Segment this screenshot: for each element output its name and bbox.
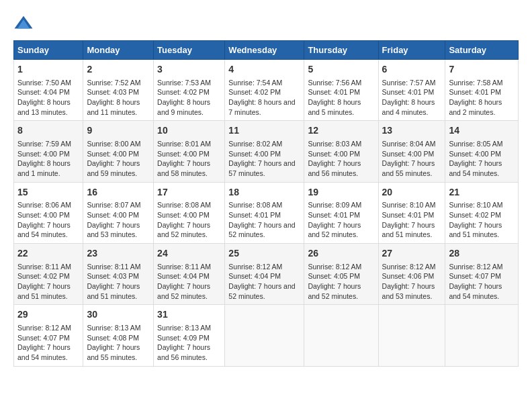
calendar-cell: 26Sunrise: 8:12 AMSunset: 4:05 PMDayligh… bbox=[304, 244, 378, 305]
day-number: 16 bbox=[87, 186, 150, 199]
sunrise-text: Sunrise: 8:04 AM bbox=[382, 139, 442, 149]
sunrise-text: Sunrise: 8:09 AM bbox=[308, 200, 374, 210]
day-number: 5 bbox=[308, 63, 374, 77]
calendar-cell: 17Sunrise: 8:08 AMSunset: 4:00 PMDayligh… bbox=[154, 182, 225, 243]
calendar-cell: 30Sunrise: 8:13 AMSunset: 4:08 PMDayligh… bbox=[83, 305, 154, 366]
sunrise-text: Sunrise: 7:50 AM bbox=[17, 78, 79, 88]
sunrise-text: Sunrise: 7:53 AM bbox=[157, 78, 221, 88]
daylight-text: Daylight: 7 hours and 51 minutes. bbox=[17, 281, 79, 301]
daylight-text: Daylight: 8 hours and 5 minutes. bbox=[308, 97, 374, 117]
calendar-cell: 3Sunrise: 7:53 AMSunset: 4:02 PMDaylight… bbox=[154, 60, 225, 121]
calendar-cell: 13Sunrise: 8:04 AMSunset: 4:00 PMDayligh… bbox=[378, 121, 445, 182]
daylight-text: Daylight: 7 hours and 54 minutes. bbox=[17, 220, 79, 240]
sunrise-text: Sunrise: 8:03 AM bbox=[308, 139, 374, 149]
sunset-text: Sunset: 4:04 PM bbox=[17, 87, 79, 97]
week-row-1: 1Sunrise: 7:50 AMSunset: 4:04 PMDaylight… bbox=[14, 60, 519, 121]
daylight-text: Daylight: 7 hours and 58 minutes. bbox=[157, 158, 221, 178]
calendar-cell: 10Sunrise: 8:01 AMSunset: 4:00 PMDayligh… bbox=[154, 121, 225, 182]
sunset-text: Sunset: 4:07 PM bbox=[17, 333, 79, 343]
daylight-text: Daylight: 7 hours and 54 minutes. bbox=[449, 281, 515, 301]
day-number: 4 bbox=[228, 63, 300, 77]
sunrise-text: Sunrise: 7:56 AM bbox=[308, 78, 374, 88]
calendar-cell: 7Sunrise: 7:58 AMSunset: 4:01 PMDaylight… bbox=[445, 60, 519, 121]
daylight-text: Daylight: 7 hours and 56 minutes. bbox=[157, 342, 221, 362]
sunset-text: Sunset: 4:05 PM bbox=[308, 271, 374, 281]
day-number: 20 bbox=[382, 186, 442, 199]
day-number: 27 bbox=[382, 247, 442, 261]
sunrise-text: Sunrise: 8:12 AM bbox=[17, 323, 79, 333]
day-number: 8 bbox=[17, 124, 79, 138]
calendar-cell: 27Sunrise: 8:12 AMSunset: 4:06 PMDayligh… bbox=[378, 244, 445, 305]
daylight-text: Daylight: 8 hours and 4 minutes. bbox=[382, 97, 442, 117]
daylight-text: Daylight: 7 hours and 52 minutes. bbox=[228, 220, 300, 240]
sunset-text: Sunset: 4:01 PM bbox=[449, 87, 515, 97]
sunset-text: Sunset: 4:08 PM bbox=[87, 333, 150, 343]
daylight-text: Daylight: 7 hours and 55 minutes. bbox=[382, 158, 442, 178]
calendar-cell: 12Sunrise: 8:03 AMSunset: 4:00 PMDayligh… bbox=[304, 121, 378, 182]
day-number: 19 bbox=[308, 186, 374, 199]
calendar-cell: 1Sunrise: 7:50 AMSunset: 4:04 PMDaylight… bbox=[14, 60, 83, 121]
daylight-text: Daylight: 7 hours and 52 minutes. bbox=[157, 281, 221, 301]
sunset-text: Sunset: 4:01 PM bbox=[308, 210, 374, 220]
week-row-3: 15Sunrise: 8:06 AMSunset: 4:00 PMDayligh… bbox=[14, 182, 519, 243]
calendar-cell: 28Sunrise: 8:12 AMSunset: 4:07 PMDayligh… bbox=[445, 244, 519, 305]
calendar-cell: 6Sunrise: 7:57 AMSunset: 4:01 PMDaylight… bbox=[378, 60, 445, 121]
day-header-monday: Monday bbox=[83, 41, 154, 60]
calendar-cell: 11Sunrise: 8:02 AMSunset: 4:00 PMDayligh… bbox=[225, 121, 304, 182]
daylight-text: Daylight: 7 hours and 59 minutes. bbox=[87, 158, 150, 178]
day-number: 21 bbox=[449, 186, 515, 199]
sunset-text: Sunset: 4:09 PM bbox=[157, 333, 221, 343]
sunset-text: Sunset: 4:00 PM bbox=[157, 210, 221, 220]
daylight-text: Daylight: 7 hours and 55 minutes. bbox=[87, 342, 150, 362]
calendar-cell: 25Sunrise: 8:12 AMSunset: 4:04 PMDayligh… bbox=[225, 244, 304, 305]
sunrise-text: Sunrise: 8:11 AM bbox=[157, 262, 221, 272]
day-number: 25 bbox=[228, 247, 300, 261]
calendar-cell: 19Sunrise: 8:09 AMSunset: 4:01 PMDayligh… bbox=[304, 182, 378, 243]
calendar-header: SundayMondayTuesdayWednesdayThursdayFrid… bbox=[14, 41, 519, 60]
sunrise-text: Sunrise: 8:07 AM bbox=[87, 200, 150, 210]
day-number: 9 bbox=[87, 124, 150, 138]
sunset-text: Sunset: 4:00 PM bbox=[87, 210, 150, 220]
daylight-text: Daylight: 8 hours and 2 minutes. bbox=[449, 97, 515, 117]
sunrise-text: Sunrise: 8:12 AM bbox=[228, 262, 300, 272]
sunrise-text: Sunrise: 8:08 AM bbox=[157, 200, 221, 210]
sunset-text: Sunset: 4:00 PM bbox=[449, 149, 515, 159]
sunset-text: Sunset: 4:01 PM bbox=[382, 210, 442, 220]
logo bbox=[13, 13, 36, 34]
sunrise-text: Sunrise: 8:00 AM bbox=[87, 139, 150, 149]
sunrise-text: Sunrise: 8:11 AM bbox=[17, 262, 79, 272]
calendar-cell: 31Sunrise: 8:13 AMSunset: 4:09 PMDayligh… bbox=[154, 305, 225, 366]
sunset-text: Sunset: 4:01 PM bbox=[382, 87, 442, 97]
day-number: 1 bbox=[17, 63, 79, 77]
sunset-text: Sunset: 4:07 PM bbox=[449, 271, 515, 281]
sunset-text: Sunset: 4:04 PM bbox=[157, 271, 221, 281]
header bbox=[13, 13, 519, 34]
day-number: 14 bbox=[449, 124, 515, 138]
day-number: 11 bbox=[228, 124, 300, 138]
daylight-text: Daylight: 7 hours and 53 minutes. bbox=[382, 281, 442, 301]
day-number: 15 bbox=[17, 186, 79, 199]
sunrise-text: Sunrise: 8:10 AM bbox=[382, 200, 442, 210]
daylight-text: Daylight: 7 hours and 56 minutes. bbox=[308, 158, 374, 178]
daylight-text: Daylight: 7 hours and 54 minutes. bbox=[449, 158, 515, 178]
day-number: 24 bbox=[157, 247, 221, 261]
day-header-thursday: Thursday bbox=[304, 41, 378, 60]
daylight-text: Daylight: 7 hours and 52 minutes. bbox=[308, 220, 374, 240]
calendar-cell: 29Sunrise: 8:12 AMSunset: 4:07 PMDayligh… bbox=[14, 305, 83, 366]
sunset-text: Sunset: 4:00 PM bbox=[382, 149, 442, 159]
sunrise-text: Sunrise: 8:13 AM bbox=[87, 323, 150, 333]
sunrise-text: Sunrise: 7:58 AM bbox=[449, 78, 515, 88]
sunset-text: Sunset: 4:00 PM bbox=[228, 149, 300, 159]
sunrise-text: Sunrise: 8:06 AM bbox=[17, 200, 79, 210]
calendar-cell bbox=[378, 305, 445, 366]
sunset-text: Sunset: 4:02 PM bbox=[449, 210, 515, 220]
day-number: 26 bbox=[308, 247, 374, 261]
day-number: 31 bbox=[157, 308, 221, 322]
calendar-cell: 18Sunrise: 8:08 AMSunset: 4:01 PMDayligh… bbox=[225, 182, 304, 243]
daylight-text: Daylight: 7 hours and 53 minutes. bbox=[87, 220, 150, 240]
calendar-cell bbox=[225, 305, 304, 366]
daylight-text: Daylight: 7 hours and 51 minutes. bbox=[87, 281, 150, 301]
sunset-text: Sunset: 4:00 PM bbox=[17, 210, 79, 220]
calendar-cell: 16Sunrise: 8:07 AMSunset: 4:00 PMDayligh… bbox=[83, 182, 154, 243]
sunset-text: Sunset: 4:01 PM bbox=[228, 210, 300, 220]
